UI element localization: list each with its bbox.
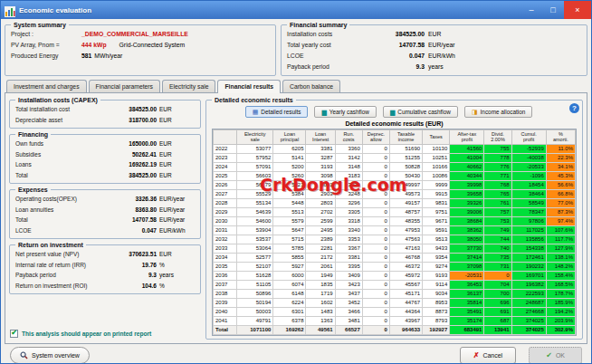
table-cell: 57091 <box>237 162 273 171</box>
table-cell: 2026 <box>214 180 237 189</box>
tab-investment-and-charges[interactable]: Investment and charges <box>6 80 87 92</box>
table-cell: 1363 <box>306 316 335 325</box>
table-cell: 50194 <box>237 298 273 307</box>
table-cell: 178.7% <box>546 289 575 298</box>
group-title: Installation costs (CAPEX) <box>15 97 100 103</box>
table-cell: 3423 <box>335 280 362 289</box>
table-cell: 49573 <box>389 189 422 198</box>
maximize-icon[interactable]: □ <box>542 1 564 19</box>
checkbox-checked-icon[interactable]: ✔ <box>10 330 18 338</box>
table-row: 2026561795321300132300499979999399987681… <box>214 180 576 189</box>
yearly-cashflow-button[interactable]: ▆Yearly cashflow <box>314 106 377 118</box>
field-value: 384525.00 <box>113 104 157 115</box>
ok-button[interactable]: ✔ OK <box>529 347 582 364</box>
table-cell: 5647 <box>273 225 306 235</box>
field-value: 370623.51 <box>113 249 157 260</box>
table-row: 2023579525141328731420512551025141004778… <box>214 153 576 162</box>
table-cell: 757 <box>484 207 511 216</box>
left-sections: Installation costs (CAPEX)Total installa… <box>9 97 201 297</box>
table-cell: 6205 <box>273 144 306 153</box>
results-view-toolbar: ▦Detailed results▆Yearly cashflow▆Cumula… <box>212 106 566 118</box>
table-cell: 38684 <box>450 216 484 225</box>
field-value: 3326.36 <box>113 194 157 205</box>
financial-summary-row: Payback period9.3years <box>287 62 581 72</box>
field-value: 50262.41 <box>113 149 157 160</box>
table-cell: 1835 <box>306 280 335 289</box>
table-cell: 768 <box>484 180 511 189</box>
tab-electricity-sale[interactable]: Electricity sale <box>162 80 215 92</box>
table-cell: 6000 <box>273 271 306 280</box>
project-value: _DEMO_COMMERCIAL_MARSEILLE <box>81 29 188 40</box>
tab-financial-results[interactable]: Financial results <box>217 80 281 93</box>
table-cell: 0 <box>362 316 389 325</box>
table-cell: 3142 <box>335 153 362 162</box>
table-cell: 3287 <box>306 153 335 162</box>
table-cell: 2029 <box>214 207 237 216</box>
income-allocation-button[interactable]: ◨Income allocation <box>464 106 532 118</box>
table-cell: 3001 <box>306 180 335 189</box>
table-cell: 3296 <box>335 198 362 207</box>
field-label: Total <box>15 170 113 181</box>
table-cell: 9034 <box>423 289 450 298</box>
footer: System overview ✗ Cancel ✔ OK <box>5 344 587 364</box>
table-cell: 39658 <box>450 189 484 198</box>
system-overview-button[interactable]: System overview <box>10 347 90 364</box>
help-icon[interactable]: ? <box>569 103 579 113</box>
column-header: Electricity sale <box>237 130 273 145</box>
table-row: 2036516286000194934090459729193-20531016… <box>214 271 576 280</box>
table-cell: 3305 <box>335 207 362 216</box>
field-value: 8363.80 <box>113 205 157 216</box>
field-unit: EUR/year <box>157 194 195 205</box>
table-cell: 35814 <box>450 298 484 307</box>
table-cell: 3098 <box>306 171 335 180</box>
field-label: LCOE <box>15 225 113 236</box>
table-cell: 78347 <box>511 207 546 216</box>
table-cell: 0 <box>362 153 389 162</box>
table-cell: 0 <box>362 262 389 271</box>
table-cell: 51255 <box>389 153 422 162</box>
table-cell: 38362 <box>450 225 484 235</box>
tab-financial-parameters[interactable]: Financial parameters <box>89 80 160 92</box>
table-cell: 753 <box>484 216 511 225</box>
table-cell: 9274 <box>423 262 450 271</box>
close-icon[interactable]: × <box>564 1 591 19</box>
table-cell: 9591 <box>423 225 450 235</box>
field-value: 169262.19 <box>113 159 157 170</box>
table-cell: 9831 <box>423 198 450 207</box>
table-cell: 190232 <box>511 262 546 271</box>
print-report-option[interactable]: ✔ This analysis should appear on printed… <box>9 328 201 340</box>
table-cell: 3353 <box>335 235 362 244</box>
table-cell: 34.1% <box>546 162 575 171</box>
table-cell: 3481 <box>335 316 362 325</box>
table-cell: 6148 <box>273 289 306 298</box>
minimize-icon[interactable]: – <box>520 1 542 19</box>
detailed-results-button[interactable]: ▦Detailed results <box>245 106 309 118</box>
summary-value: 384525.00 <box>367 29 425 40</box>
table-cell: 39006 <box>450 207 484 216</box>
table-cell: 135856 <box>511 235 546 244</box>
table-cell: 44364 <box>389 307 422 316</box>
table-cell: 0 <box>362 235 389 244</box>
table-cell: 48757 <box>389 207 422 216</box>
titlebar[interactable]: Economic evaluation – □ × <box>1 1 591 19</box>
group-title: Financing <box>15 131 51 138</box>
field-value: 165000.00 <box>113 139 157 149</box>
table-cell: 9354 <box>423 253 450 262</box>
cancel-button[interactable]: ✗ Cancel <box>460 347 517 364</box>
table-cell: 3183 <box>335 171 362 180</box>
column-header: Cumul. profit <box>511 130 546 145</box>
tab-carbon-balance[interactable]: Carbon balance <box>282 80 340 92</box>
detailed-results-title: Detailed economic results <box>212 97 296 103</box>
cumulative-cashflow-button[interactable]: ▆Cumulative cashflow <box>383 106 458 118</box>
table-cell: 683491 <box>450 325 484 334</box>
field-unit: EUR <box>157 149 195 160</box>
table-cell: 8953 <box>423 298 450 307</box>
table-cell: 735 <box>484 253 511 262</box>
table-cell: 50896 <box>237 289 273 298</box>
table-cell: 2903 <box>306 189 335 198</box>
table-row: 2039501946224160234520447678953358146962… <box>214 298 576 307</box>
table-cell: 687 <box>484 316 511 325</box>
project-row: Project : _DEMO_COMMERCIAL_MARSEILLE <box>11 29 270 40</box>
field-unit: EUR <box>157 115 195 126</box>
table-cell: 0 <box>362 198 389 207</box>
